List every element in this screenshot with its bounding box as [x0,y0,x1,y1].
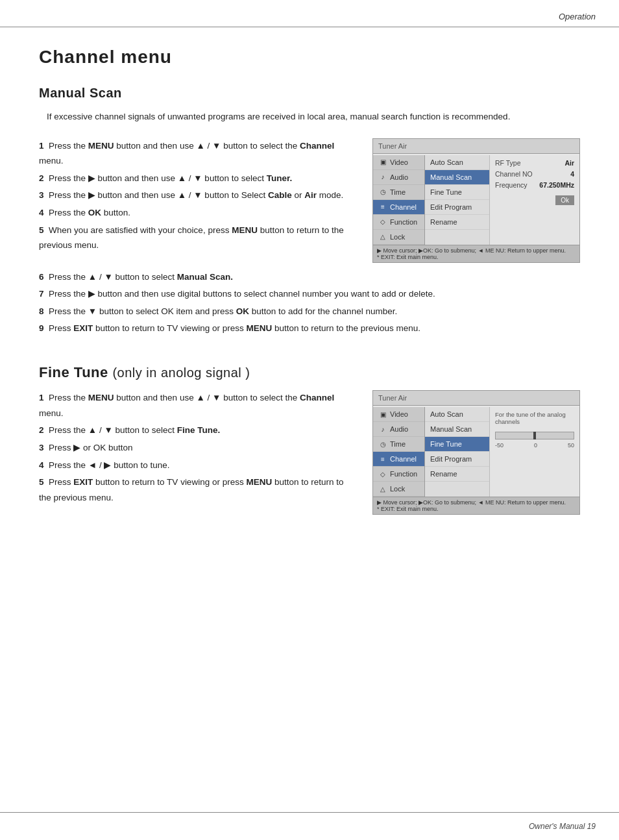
step-9: 9 Press EXIT button to return to TV view… [39,321,580,336]
channel-no-row: Channel NO 4 [495,170,574,178]
step-7-num: 7 [39,289,44,299]
sidebar2-function: ◇ Function [373,467,424,482]
ft-step-3: 3 Press ▶ or OK button [39,440,357,456]
audio-icon-2: ♪ [378,426,387,433]
step-4-ok: OK [88,208,101,217]
submenu-fine-tune: Fine Tune [425,185,489,200]
slider-labels: -50 0 50 [495,442,574,449]
ft-step-4-num: 4 [39,460,44,470]
tv-detail-2: For the tune of the analog channels -50 … [490,407,579,497]
ft-step-1-channel: Channel [300,393,334,402]
ft-step-2: 2 Press the ▲ / ▼ button to select Fine … [39,423,357,438]
lock-icon: △ [378,233,387,240]
sidebar2-lock: △ Lock [373,482,424,497]
step-3: 3 Press the ▶ button and then use ▲ / ▼ … [39,188,357,203]
sidebar2-audio: ♪ Audio [373,422,424,437]
sidebar2-channel-label: Channel [390,455,417,463]
function-icon-2: ◇ [378,471,387,478]
step-7: 7 Press the ▶ button and then use digita… [39,286,580,302]
ok-btn-container: Ok [495,193,574,205]
fine-tune-title: Fine Tune (only in anolog signal ) [39,364,580,381]
tv-menu-2-content: ▣ Video ♪ Audio ◷ Time ≡ [373,407,579,497]
fine-tune-desc: For the tune of the analog channels [495,411,574,425]
sidebar2-lock-label: Lock [390,485,405,493]
step-8-num: 8 [39,306,44,316]
ft-step-5-menu: MENU [246,477,272,487]
step-3-air: Air [304,190,317,200]
time-icon-2: ◷ [378,441,387,448]
sidebar-audio: ♪ Audio [373,170,424,185]
time-icon: ◷ [378,188,387,195]
step-8-ok: OK [236,306,249,316]
ft-step-2-ft: Fine Tune. [177,425,221,435]
step-3-num: 3 [39,190,44,200]
ft-step-5-exit: EXIT [73,477,93,487]
fine-tune-menu: Tuner Air ▣ Video ♪ Audio ◷ [372,390,580,515]
ft-step-1-menu: MENU [88,393,114,402]
submenu2-edit-program: Edit Program [425,452,489,467]
rf-type-value: Air [564,159,574,167]
header-text: Operation [559,12,596,21]
step-6: 6 Press the ▲ / ▼ button to select Manua… [39,269,580,285]
sidebar2-function-label: Function [390,470,417,478]
step-3-cable: Cable [268,190,292,200]
step-1-menu: MENU [88,141,114,151]
footer-line2: * EXIT: Exit main menu. [377,254,576,260]
page-title: Channel menu [39,47,580,68]
sidebar-time-label: Time [390,188,406,196]
frequency-label: Frequency [495,181,528,189]
tuner-label-1: Tuner Air [373,139,579,154]
sidebar-lock: △ Lock [373,230,424,245]
function-icon: ◇ [378,218,387,225]
submenu-auto-scan: Auto Scan [425,155,489,170]
slider-mid: 0 [534,442,537,449]
step-6-manual: Manual Scan. [177,272,233,282]
sidebar-lock-label: Lock [390,233,405,241]
submenu-manual-scan: Manual Scan [425,170,489,185]
step-4-num: 4 [39,208,44,217]
step-8: 8 Press the ▼ button to select OK item a… [39,304,580,319]
step-9-num: 9 [39,323,44,333]
footer-line1: ▶ Move cursor; ▶OK: Go to submenu; ◄ ME … [377,247,576,254]
ft-step-1-num: 1 [39,393,44,402]
step-2-tuner: Tuner. [267,173,293,183]
audio-icon: ♪ [378,173,387,180]
ft-step-5-num: 5 [39,477,44,487]
step-2: 2 Press the ▶ button and then use ▲ / ▼ … [39,171,357,186]
tv-menu-2: Tuner Air ▣ Video ♪ Audio ◷ [372,390,580,515]
step-5-menu: MENU [232,225,258,235]
lock-icon-2: △ [378,486,387,493]
manual-scan-intro: If excessive channel signals of unwanted… [47,110,580,124]
step-2-num: 2 [39,173,44,183]
manual-scan-instructions: 1 Press the MENU button and then use ▲ /… [39,138,357,255]
tv-menu-1-content: ▣ Video ♪ Audio ◷ Time ≡ [373,155,579,245]
sidebar2-video-label: Video [390,410,408,418]
submenu2-auto-scan: Auto Scan [425,407,489,422]
ft-step-3-num: 3 [39,443,44,452]
sidebar-video: ▣ Video [373,155,424,170]
page-footer: Owner's Manual 19 [0,812,619,840]
slider-max: 50 [568,442,574,449]
rf-type-row: RF Type Air [495,159,574,167]
step-5: 5 When you are satisfied with your choic… [39,223,357,253]
sidebar2-audio-label: Audio [390,425,408,433]
sidebar2-video: ▣ Video [373,407,424,422]
video-icon-2: ▣ [378,411,387,418]
fine-tune-slider: -50 0 50 [495,432,574,449]
submenu2-rename: Rename [425,467,489,482]
video-icon: ▣ [378,158,387,166]
footer2-line2: * EXIT: Exit main menu. [377,506,576,512]
sidebar2-time-label: Time [390,440,406,448]
fine-tune-section: 1 Press the MENU button and then use ▲ /… [39,390,580,515]
tv-footer-2: ▶ Move cursor; ▶OK: Go to submenu; ◄ ME … [373,497,579,514]
step-6-num: 6 [39,272,44,282]
page-header: Operation [0,0,619,27]
submenu-edit-program: Edit Program [425,200,489,215]
footer2-line1: ▶ Move cursor; ▶OK: Go to submenu; ◄ ME … [377,499,576,506]
sidebar-time: ◷ Time [373,185,424,200]
fine-tune-subtitle: (only in anolog signal ) [112,365,250,380]
step-9-exit: EXIT [73,323,93,333]
sidebar2-time: ◷ Time [373,437,424,452]
tv-submenu-2: Auto Scan Manual Scan Fine Tune Edit Pro… [425,407,490,497]
sidebar-function: ◇ Function [373,215,424,230]
